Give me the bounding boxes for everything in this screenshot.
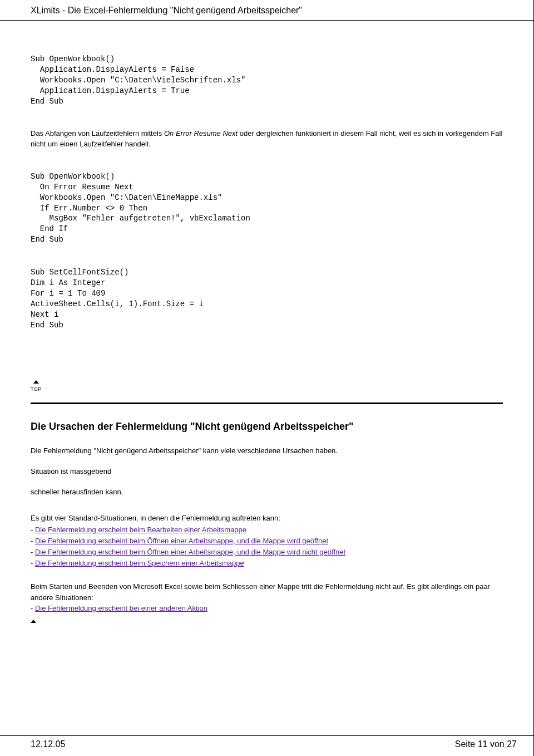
footer-page: Seite 11 von 27 (455, 739, 517, 749)
page-footer: 12.12.05 Seite 11 von 27 (0, 735, 533, 749)
followup-link[interactable]: Die Fehlermeldung erscheint bei einer an… (35, 604, 207, 612)
paragraph-runtime-error: Das Abfangen von Laufzeitfehlern mittels… (31, 129, 503, 149)
situations-block: Es gibt vier Standard-Situationen, in de… (31, 513, 503, 569)
situation-link-3[interactable]: Die Fehlermeldung erscheint beim Öffnen … (35, 548, 345, 556)
page-header: XLimits - Die Excel-Fehlermeldung "Nicht… (0, 0, 533, 21)
top-link[interactable]: TOP (31, 380, 42, 392)
para1-italic: On Error Resume Next (164, 129, 238, 138)
up-arrow-icon (31, 620, 36, 623)
section-heading: Die Ursachen der Fehlermeldung "Nicht ge… (31, 421, 503, 433)
situation-link-2[interactable]: Die Fehlermeldung erscheint beim Öffnen … (35, 537, 328, 545)
top-link-label: TOP (31, 386, 42, 392)
schneller-line: schneller herausfinden kann, (31, 488, 503, 496)
situation-link-1[interactable]: Die Fehlermeldung erscheint beim Bearbei… (35, 526, 246, 534)
situations-lead: Es gibt vier Standard-Situationen, in de… (31, 514, 280, 522)
code-block-3: Sub SetCellFontSize() Dim i As Integer F… (31, 267, 503, 330)
footer-date: 12.12.05 (31, 739, 65, 749)
followup-block: Beim Starten und Beenden von Microsoft E… (31, 581, 503, 614)
situation-link-4[interactable]: Die Fehlermeldung erscheint beim Speiche… (35, 559, 244, 567)
situation-line: Situation ist massgebend (31, 467, 503, 475)
top-arrow-link[interactable] (31, 620, 36, 624)
para1-pre: Das Abfangen von Laufzeitfehlern mittels (31, 129, 164, 138)
intro-text: Die Fehlermeldung "Nicht genügend Arbeit… (31, 446, 503, 455)
code-block-1: Sub OpenWorkbook() Application.DisplayAl… (31, 54, 503, 106)
followup-text: Beim Starten und Beenden von Microsoft E… (31, 582, 490, 602)
section-divider (31, 402, 503, 404)
code-block-2: Sub OpenWorkbook() On Error Resume Next … (31, 171, 503, 245)
page-title: XLimits - Die Excel-Fehlermeldung "Nicht… (31, 6, 302, 15)
up-arrow-icon (33, 380, 39, 384)
page-content: Sub OpenWorkbook() Application.DisplayAl… (0, 21, 533, 625)
